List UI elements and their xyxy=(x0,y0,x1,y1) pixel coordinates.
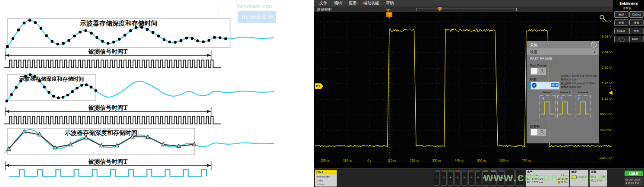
channel-color-stripe xyxy=(448,171,453,171)
sidebar-button-绘图[interactable]: 绘图 xyxy=(629,28,644,34)
datetime: 09 Jan 2020 4:15:00 PM xyxy=(625,177,643,186)
sample-dot xyxy=(219,36,222,39)
diagram2-title: 示波器存储深度和存储时间 xyxy=(7,76,96,83)
sample-dot xyxy=(62,96,65,99)
frame-label: Frame N xyxy=(574,91,592,94)
trigger-position-pointer[interactable] xyxy=(386,9,390,12)
diagram1-title: 示波器存储深度和存储时间 xyxy=(7,19,230,28)
help-icon[interactable]: ? xyxy=(591,42,597,48)
capture-icon-button[interactable] xyxy=(614,36,628,42)
channel-color-stripe xyxy=(462,171,467,171)
channel-button-5[interactable]: 5 xyxy=(455,170,461,186)
sample-dot xyxy=(80,84,83,87)
sidebar-button-结果表[interactable]: 结果表 xyxy=(614,28,628,34)
sample-dot xyxy=(43,86,46,89)
arrowhead xyxy=(5,54,9,57)
view-tab-bar: 波形视图 xyxy=(314,6,613,12)
sample-dot xyxy=(196,39,199,42)
panel-header[interactable]: 采集 ? xyxy=(527,41,599,48)
sample-dot xyxy=(17,29,20,32)
time-label: 4:15:00 PM xyxy=(625,181,642,185)
sampling-clock-dense xyxy=(4,116,221,124)
menu-item-3[interactable]: 辅助功能 xyxy=(363,0,379,6)
frame-count-input[interactable]: A 50 k xyxy=(530,81,560,90)
toggle-knob xyxy=(531,68,537,74)
toggle-state: 关 xyxy=(540,69,544,73)
date-label: 09 Jan 2020 xyxy=(625,178,642,181)
sample-dot xyxy=(208,39,211,42)
sampling-clock-dense xyxy=(4,60,221,68)
ch1-setting: 440 mV/div xyxy=(316,174,337,178)
sample-dot xyxy=(118,38,121,41)
overview-trigger-marker[interactable] xyxy=(438,7,442,11)
ch1-badge[interactable]: Ch 1 440 mV/div1 MΩ1 GHz xyxy=(315,170,337,187)
sample-dot xyxy=(47,91,51,94)
menu-item-2[interactable]: 应用 xyxy=(349,0,357,6)
sample-dot xyxy=(163,38,166,41)
channel-label: 7 xyxy=(469,176,474,179)
screenshot-icon xyxy=(619,38,624,41)
panel-divider-handle[interactable] xyxy=(610,84,611,90)
overview-zoom-bar[interactable] xyxy=(417,8,517,11)
channel-button-3[interactable]: 3 xyxy=(441,170,447,186)
watermark: www.cntronics.com xyxy=(484,171,608,184)
toggle-state: 关 xyxy=(540,130,544,134)
panel-title: 采集 xyxy=(530,42,538,48)
frame-label: Frame 2 xyxy=(556,91,574,94)
menu-item-0[interactable]: 文件 xyxy=(319,0,327,6)
channel-color-stripe xyxy=(476,171,480,171)
channel-label: 2 xyxy=(434,176,439,179)
sample-dot xyxy=(185,37,188,40)
oscilloscope-ui: 文件编辑应用辅助功能帮助 波形视图 T C1 -220 ns-110 ns0 s… xyxy=(314,0,644,187)
time-axis-label: -220 ns xyxy=(315,159,334,162)
sample-dot xyxy=(15,86,18,89)
menu-bar: 文件编辑应用辅助功能帮助 xyxy=(314,0,613,6)
knob-a-icon: A xyxy=(532,83,537,88)
info-line: 帧长度:6.875 kpts xyxy=(561,85,598,89)
sample-dot xyxy=(112,41,115,44)
channel-color-stripe xyxy=(435,171,439,171)
sample-dot xyxy=(174,41,177,44)
add-new-label: 添加新... xyxy=(613,6,644,10)
sidebar-button-测量[interactable]: 测量 xyxy=(614,19,628,26)
sidebar-button-Callout[interactable]: Callout xyxy=(629,11,644,18)
sidebar-button-More...[interactable]: More... xyxy=(629,36,644,42)
time-axis-label: 770 ns xyxy=(517,159,536,162)
channel-button-7[interactable]: 7 xyxy=(468,170,474,186)
ch1-badge-title: Ch 1 xyxy=(315,170,337,174)
menu-item-4[interactable]: 帮助 xyxy=(386,0,394,6)
channel-label: 5 xyxy=(455,176,460,179)
sidebar-button-搜索[interactable]: 搜索 xyxy=(629,19,644,26)
panel-settings-row[interactable]: 设置 › xyxy=(527,48,599,56)
channel-button-8[interactable]: 8 xyxy=(475,170,481,186)
fastframe-info-text: 最大值 = 72.727 k 使用这些设置帧时长:1.1 μs帧分辨率:160 … xyxy=(561,74,598,89)
ch1-badge-settings: 440 mV/div1 MΩ1 GHz xyxy=(315,174,337,187)
sample-dot xyxy=(129,29,132,32)
fastframe-toggle[interactable]: 关 xyxy=(530,67,546,76)
sample-dot xyxy=(152,31,155,34)
summary-frame-toggle[interactable]: 关 xyxy=(530,128,546,136)
channel-button-4[interactable]: 4 xyxy=(448,170,454,186)
sidebar-button-光标[interactable]: 光标 xyxy=(614,11,628,18)
time-axis-label: 550 ns xyxy=(472,159,491,162)
channel-color-stripe xyxy=(442,171,446,171)
toggle-knob xyxy=(531,129,537,135)
channel-color-stripe xyxy=(455,171,460,171)
menu-item-1[interactable]: 编辑 xyxy=(334,0,342,6)
run-status-button[interactable]: 已触发 xyxy=(625,171,643,176)
screenshot-root: Windows logo Try Snip & Sk 示波器存储深度和存储时间 … xyxy=(0,0,644,187)
channel-button-2[interactable]: 2 xyxy=(434,170,440,186)
sample-dot xyxy=(45,34,48,37)
sample-dot xyxy=(66,94,69,97)
snip-sketch-button[interactable]: Try Snip & Sk xyxy=(238,11,276,23)
sample-dot xyxy=(57,96,60,99)
channel-button-6[interactable]: 6 xyxy=(461,170,467,186)
info-line: 最大值 = 72.727 k 使用这些设置 xyxy=(561,74,598,78)
sample-dot xyxy=(202,40,205,43)
time-axis-label: 440 ns xyxy=(450,159,469,162)
acquisition-panel: 采集 ? 设置 › FAST FRAME Fast Frame 关 帧数 A 5… xyxy=(527,41,599,143)
voltage-axis-label: 3.08 V xyxy=(574,35,612,38)
sample-dot xyxy=(71,90,74,93)
sample-dot xyxy=(62,42,65,45)
time-axis-label: 330 ns xyxy=(427,159,446,162)
